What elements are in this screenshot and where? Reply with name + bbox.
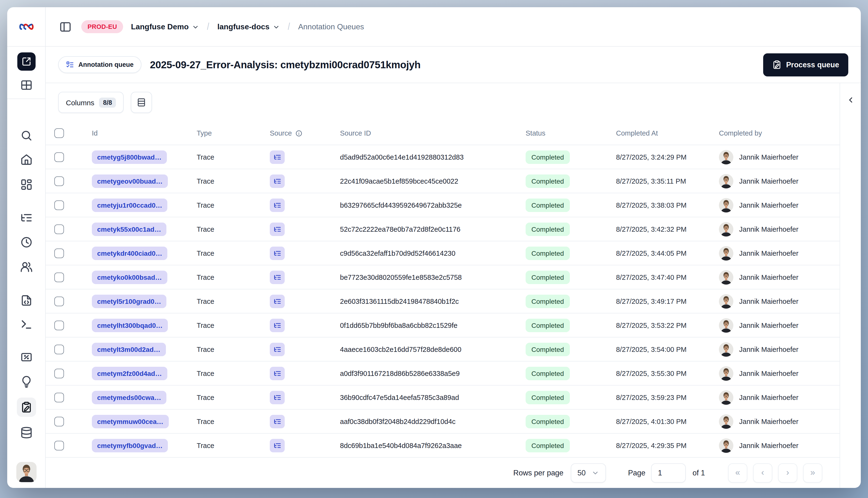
- trace-source-button[interactable]: [270, 367, 285, 380]
- item-id-badge[interactable]: cmetylt3m00d2ad…: [92, 342, 166, 356]
- sidebar-toggle-button[interactable]: [57, 18, 74, 35]
- item-id-badge[interactable]: cmetyg5j800bwad…: [92, 150, 167, 164]
- first-page-button[interactable]: «: [728, 463, 747, 482]
- completed-by-name: Jannik Maierhoefer: [739, 442, 799, 449]
- item-id-badge[interactable]: cmetym2fz00d4ad…: [92, 367, 167, 380]
- table-row: cmetyko0k00bsad… Trace be7723e30d8020559…: [46, 265, 840, 289]
- item-id-badge[interactable]: cmetymeds00cwa…: [92, 391, 166, 404]
- list-tree-icon: [273, 177, 281, 185]
- table-toolbar: Columns 8/8: [46, 83, 840, 122]
- sidebar-item-search[interactable]: [20, 129, 33, 142]
- item-id-badge[interactable]: cmetykdr400ciad0…: [92, 246, 168, 260]
- row-checkbox[interactable]: [54, 272, 64, 282]
- completed-at-cell: 8/27/2025, 4:29:35 PM: [616, 442, 719, 449]
- header-completed-at: Completed At: [616, 129, 719, 137]
- table-header-row: Id Type Source Source ID Status: [46, 122, 840, 145]
- page-number-input[interactable]: [651, 463, 686, 482]
- project-selector[interactable]: langfuse-docs: [217, 22, 280, 31]
- row-checkbox[interactable]: [54, 320, 64, 330]
- row-checkbox[interactable]: [54, 417, 64, 426]
- trace-source-button[interactable]: [270, 342, 285, 356]
- trace-source-button[interactable]: [270, 198, 285, 212]
- row-checkbox[interactable]: [54, 441, 64, 450]
- trace-source-button[interactable]: [270, 318, 285, 332]
- sidebar-item-annotation-queues[interactable]: [16, 397, 36, 417]
- row-checkbox[interactable]: [54, 200, 64, 210]
- item-id-badge[interactable]: cmetyl5r100grad0…: [92, 294, 166, 308]
- trace-source-button[interactable]: [270, 391, 285, 404]
- langfuse-logo[interactable]: [7, 7, 46, 46]
- panel-left-icon: [59, 21, 72, 33]
- process-queue-button[interactable]: Process queue: [763, 53, 848, 76]
- row-checkbox[interactable]: [54, 368, 64, 378]
- avatar-image: [719, 294, 733, 309]
- trace-source-button[interactable]: [270, 415, 285, 428]
- avatar: [719, 198, 733, 212]
- page-of-label: of 1: [692, 469, 705, 477]
- file-code-icon: [20, 294, 33, 307]
- next-page-button[interactable]: ›: [778, 463, 797, 482]
- trace-source-button[interactable]: [270, 222, 285, 236]
- row-checkbox[interactable]: [54, 393, 64, 402]
- sidebar-item-go-to[interactable]: [17, 52, 35, 71]
- type-cell: Trace: [197, 273, 270, 281]
- sidebar-item-tracing[interactable]: [20, 211, 33, 224]
- trace-source-button[interactable]: [270, 294, 285, 308]
- info-icon[interactable]: [295, 130, 302, 137]
- row-height-button[interactable]: [131, 92, 152, 113]
- previous-page-button[interactable]: ‹: [753, 463, 772, 482]
- header-status: Status: [526, 129, 616, 137]
- avatar-image: [719, 318, 733, 332]
- row-checkbox[interactable]: [54, 248, 64, 258]
- row-checkbox[interactable]: [54, 296, 64, 306]
- expand-panel-button[interactable]: [843, 92, 858, 108]
- trace-source-button[interactable]: [270, 174, 285, 188]
- trace-source-button[interactable]: [270, 246, 285, 260]
- trace-source-button[interactable]: [270, 438, 285, 452]
- item-id-badge[interactable]: cmetyk55x00c1ad…: [92, 222, 166, 236]
- sidebar-item-scores[interactable]: [20, 351, 33, 363]
- project-name: langfuse-docs: [217, 22, 270, 31]
- breadcrumb: PROD-EU Langfuse Demo / langfuse-docs / …: [46, 7, 861, 46]
- sidebar-item-home[interactable]: [20, 153, 33, 166]
- avatar: [719, 318, 733, 332]
- sidebar-item-playground[interactable]: [20, 318, 33, 331]
- source-id-cell: 4aaece1603cb2e16dd757f28de8de600: [340, 345, 526, 353]
- user-profile-avatar[interactable]: [16, 462, 36, 482]
- sidebar-item-tables[interactable]: [20, 79, 33, 91]
- status-badge: Completed: [526, 246, 570, 260]
- list-todo-icon: [66, 61, 74, 69]
- list-tree-icon: [273, 418, 281, 425]
- terminal-icon: [20, 318, 33, 331]
- sidebar-item-prompts[interactable]: [20, 294, 33, 307]
- sidebar-divider: [7, 99, 46, 99]
- select-all-checkbox[interactable]: [54, 128, 64, 138]
- row-checkbox[interactable]: [54, 152, 64, 162]
- columns-button[interactable]: Columns 8/8: [58, 92, 124, 113]
- trace-source-button[interactable]: [270, 150, 285, 164]
- sidebar-item-dashboards[interactable]: [20, 178, 33, 191]
- item-id-badge[interactable]: cmetylht300bqad0…: [92, 318, 168, 332]
- row-checkbox[interactable]: [54, 344, 64, 354]
- org-selector[interactable]: Langfuse Demo: [131, 22, 199, 31]
- rows-per-page-select[interactable]: 50: [571, 463, 606, 482]
- item-id-badge[interactable]: cmetymmuw00cea…: [92, 415, 169, 428]
- completed-at-cell: 8/27/2025, 3:53:22 PM: [616, 322, 719, 329]
- item-id-badge[interactable]: cmetyko0k00bsad…: [92, 271, 167, 284]
- rows-icon: [137, 97, 146, 107]
- sidebar-item-insights[interactable]: [20, 376, 33, 388]
- completed-by-name: Jannik Maierhoefer: [739, 153, 799, 161]
- sidebar-item-users[interactable]: [20, 261, 33, 273]
- trace-source-button[interactable]: [270, 271, 285, 284]
- sidebar-item-datasets[interactable]: [20, 427, 33, 439]
- list-tree-icon: [273, 273, 281, 281]
- row-checkbox[interactable]: [54, 176, 64, 186]
- item-id-badge[interactable]: cmetymyfb00gvad…: [92, 438, 168, 452]
- row-checkbox[interactable]: [54, 224, 64, 234]
- table-row: cmetykdr400ciad0… Trace c9d56ca32efaff1b…: [46, 241, 840, 265]
- last-page-button[interactable]: »: [803, 463, 822, 482]
- item-id-badge[interactable]: cmetygeov00buad…: [92, 174, 168, 188]
- item-id-badge[interactable]: cmetyju1r00ccad0…: [92, 198, 168, 212]
- type-cell: Trace: [197, 201, 270, 209]
- sidebar-item-sessions[interactable]: [20, 236, 33, 249]
